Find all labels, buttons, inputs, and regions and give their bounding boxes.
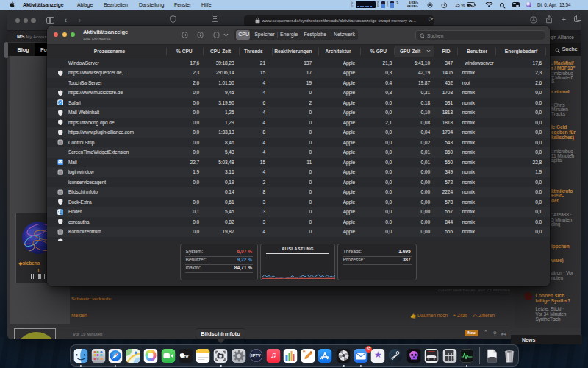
svg-text:tv: tv [184,353,189,359]
